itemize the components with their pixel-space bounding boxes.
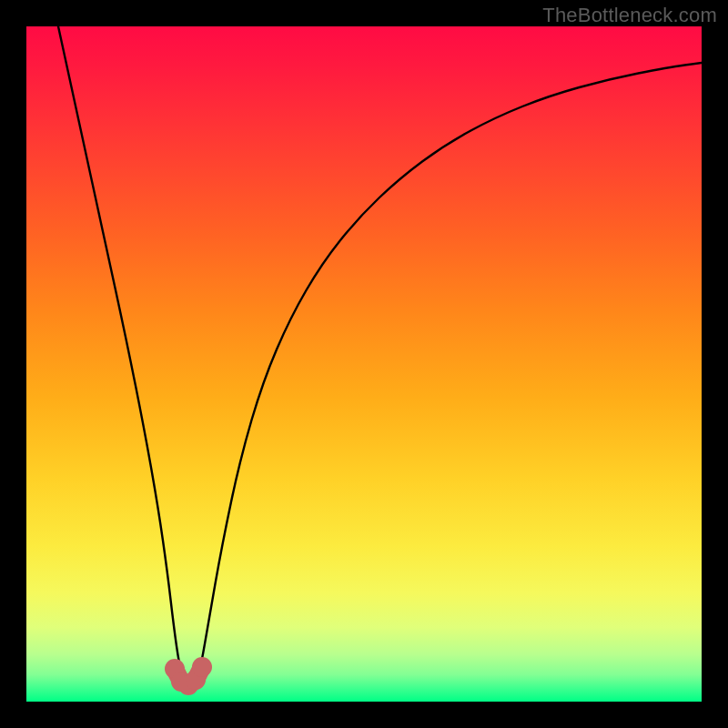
marker-dot <box>192 657 212 677</box>
outer-frame: TheBottleneck.com <box>0 0 728 728</box>
curve-layer <box>26 26 702 702</box>
marker-cluster <box>165 657 212 695</box>
bottleneck-curve <box>58 26 702 688</box>
watermark-text: TheBottleneck.com <box>542 4 717 27</box>
plot-area <box>26 26 702 702</box>
